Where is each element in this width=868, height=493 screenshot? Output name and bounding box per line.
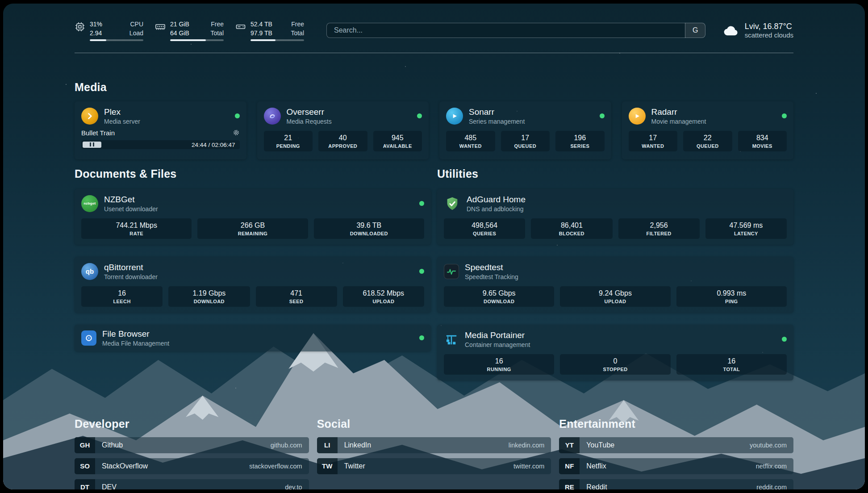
plex-card[interactable]: Plex Media server Bullet Train [75, 101, 246, 159]
service-description: DNS and adblocking [467, 205, 526, 213]
bookmark-url: github.com [271, 437, 309, 453]
qbittorrent-card[interactable]: qb qBittorrent Torrent downloader 16 LEE… [75, 257, 431, 313]
service-name[interactable]: Radarr [651, 107, 706, 117]
cpu-progress-bar [90, 39, 143, 41]
disk-widget: 52.4 TB 97.9 TB Free Total [235, 20, 304, 42]
bookmark-url: dev.to [285, 479, 309, 489]
disk-progress-bar [250, 39, 304, 41]
bookmark-netflix[interactable]: NF Netflix netflix.com [559, 458, 793, 474]
stat-queued: 17 QUEUED [501, 131, 550, 151]
adguard-card[interactable]: AdGuard Home DNS and adblocking 498,564 … [437, 189, 793, 245]
service-name[interactable]: File Browser [102, 329, 169, 339]
stat-stopped: 0 STOPPED [560, 354, 670, 375]
utilities-section-title: Utilities [437, 167, 793, 180]
utilities-column: Utilities [437, 167, 793, 393]
portainer-icon [444, 332, 459, 347]
service-name[interactable]: qBittorrent [104, 263, 158, 272]
status-dot [417, 113, 422, 118]
dashboard-screen: 31% 2.94 CPU Load [3, 4, 865, 489]
service-name[interactable]: Sonarr [469, 107, 525, 117]
status-dot [419, 201, 424, 206]
bookmark-abbr: TW [317, 458, 338, 474]
bookmark-linkedin[interactable]: LI LinkedIn linkedin.com [317, 437, 551, 453]
stat-filtered: 2,956 FILTERED [618, 218, 700, 239]
stat-total: 16 TOTAL [676, 354, 787, 375]
playback-time: 24:44 / 02:06:47 [192, 141, 235, 148]
playback-progress-bar[interactable]: 24:44 / 02:06:47 [81, 140, 240, 149]
bookmark-abbr: GH [75, 437, 95, 453]
sonarr-icon [446, 108, 463, 125]
service-description: Torrent downloader [104, 273, 158, 280]
bookmark-name: YouTube [580, 437, 750, 453]
service-name[interactable]: NZBGet [104, 195, 158, 205]
weather-condition: scattered clouds [745, 31, 793, 39]
bookmark-name: Twitter [338, 458, 513, 474]
service-description: Movie management [651, 118, 706, 125]
stat-running: 16 RUNNING [444, 354, 554, 375]
sonarr-card[interactable]: Sonarr Series management 485 WANTED 17 Q… [439, 101, 611, 159]
stat-upload: 618.52 Mbps UPLOAD [343, 286, 424, 307]
nzbget-card[interactable]: nzbget NZBGet Usenet downloader 744.21 M… [75, 189, 431, 245]
portainer-card[interactable]: Media Portainer Container management 16 … [437, 325, 793, 380]
stat-seed: 471 SEED [256, 286, 337, 307]
service-name[interactable]: Speedtest [465, 263, 518, 272]
bookmark-url: linkedin.com [509, 437, 551, 453]
cloud-icon [723, 24, 739, 37]
stat-pending: 21 PENDING [264, 131, 313, 151]
stat-movies: 834 MOVIES [738, 131, 787, 151]
documents-column: Documents & Files nzbget NZBGet Usenet d… [75, 167, 431, 393]
memory-free-label: Free [210, 20, 224, 29]
service-description: Usenet downloader [104, 205, 158, 213]
cpu-label: CPU [129, 20, 143, 29]
entertainment-bookmarks: Entertainment YT YouTube youtube.com NF … [559, 418, 793, 489]
bookmark-url: twitter.com [513, 458, 551, 474]
pause-button[interactable] [83, 142, 101, 148]
memory-widget: 21 GiB 64 GiB Free Total [155, 20, 224, 42]
plex-icon [81, 108, 98, 125]
bookmark-url: netflix.com [756, 458, 793, 474]
radarr-icon [629, 108, 646, 125]
stat-rate: 744.21 Mbps RATE [81, 218, 192, 239]
disk-icon [235, 21, 246, 32]
bookmark-dev[interactable]: DT DEV dev.to [75, 479, 309, 489]
service-name[interactable]: Overseerr [287, 107, 332, 117]
stat-download: 1.19 Gbps DOWNLOAD [168, 286, 250, 307]
status-dot [600, 113, 605, 118]
developer-section-title: Developer [75, 418, 309, 430]
search-provider-button[interactable]: G [685, 23, 705, 38]
overseerr-card[interactable]: Overseerr Media Requests 21 PENDING 40 A… [257, 101, 429, 159]
service-name[interactable]: Media Portainer [465, 330, 530, 340]
cpu-usage-value: 31% [90, 20, 102, 29]
bookmark-stackoverflow[interactable]: SO StackOverflow stackoverflow.com [75, 458, 309, 474]
status-dot [782, 113, 787, 118]
weather-widget: Lviv, 16.87°C scattered clouds [723, 22, 793, 39]
bookmark-abbr: RE [559, 479, 580, 489]
bookmark-name: DEV [95, 479, 285, 489]
search-input[interactable] [326, 23, 705, 38]
bookmark-twitter[interactable]: TW Twitter twitter.com [317, 458, 551, 474]
now-playing-title: Bullet Train [81, 129, 115, 137]
bookmark-url: reddit.com [756, 479, 793, 489]
load-label: Load [129, 29, 143, 38]
bookmark-reddit[interactable]: RE Reddit reddit.com [559, 479, 793, 489]
status-dot [782, 337, 787, 342]
speedtest-card[interactable]: Speedtest Speedtest Tracking 9.65 Gbps D… [437, 257, 793, 313]
gear-icon[interactable] [233, 129, 240, 136]
status-dot [235, 113, 240, 118]
radarr-card[interactable]: Radarr Movie management 17 WANTED 22 QUE… [622, 101, 794, 159]
stat-wanted: 485 WANTED [446, 131, 495, 151]
stat-blocked: 86,401 BLOCKED [531, 218, 612, 239]
bookmark-github[interactable]: GH Github github.com [75, 437, 309, 453]
filebrowser-card[interactable]: File Browser Media File Management [75, 325, 431, 351]
stat-downloaded: 39.6 TB DOWNLOADED [314, 218, 424, 239]
stat-ping: 0.993 ms PING [676, 286, 787, 307]
service-description: Series management [469, 118, 525, 125]
memory-free-value: 21 GiB [170, 20, 189, 29]
media-section: Media Plex Media server [75, 81, 793, 159]
bookmark-youtube[interactable]: YT YouTube youtube.com [559, 437, 793, 453]
service-name[interactable]: Plex [104, 107, 140, 117]
service-name[interactable]: AdGuard Home [467, 195, 526, 205]
social-bookmarks: Social LI LinkedIn linkedin.com TW Twitt… [317, 418, 551, 489]
service-description: Media Requests [287, 118, 332, 125]
memory-total-label: Total [210, 29, 224, 38]
